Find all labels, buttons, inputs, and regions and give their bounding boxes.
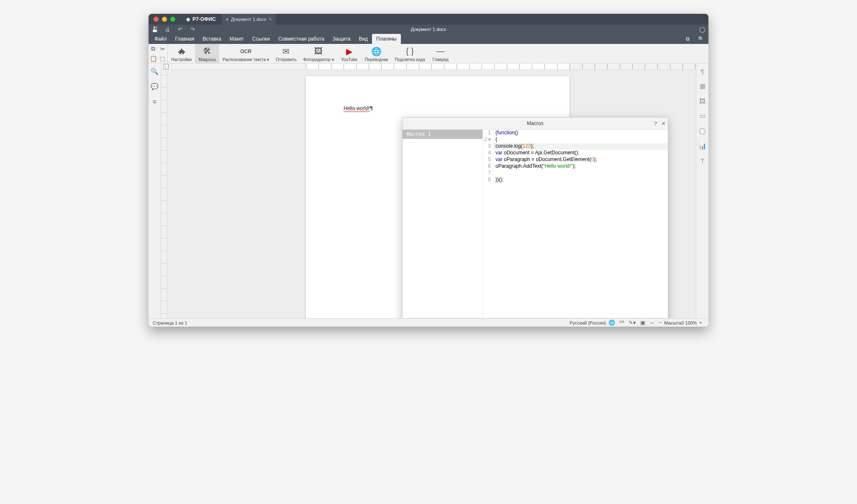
plugin-translator[interactable]: 🌐 Переводчик xyxy=(362,44,391,63)
doc-title: Документ 1.docx xyxy=(411,27,446,32)
menu-protection[interactable]: Защита xyxy=(328,34,355,44)
menu-references[interactable]: Ссылки xyxy=(248,34,274,44)
plugin-glavred[interactable]: — Главред xyxy=(428,44,453,63)
find-icon[interactable]: 🔍 xyxy=(151,68,159,75)
titlebar: ◆ Р7-ОФИС ≡ Документ 1.docx × xyxy=(149,14,708,25)
language-status[interactable]: Русский (Россия) xyxy=(570,320,606,325)
save-icon[interactable]: 💾 xyxy=(149,25,161,34)
document-text[interactable]: Hello·world!¶ xyxy=(344,105,373,111)
shape-icon[interactable]: ◯ xyxy=(699,127,706,135)
comments-icon[interactable]: 💬 xyxy=(151,83,159,90)
menu-file[interactable]: Файл xyxy=(150,34,171,44)
left-sidebar: 🔍 💬 ≡ xyxy=(149,64,161,318)
text-content: Hello·world! xyxy=(344,105,370,111)
envelope-icon: ✉ xyxy=(282,46,290,56)
close-icon[interactable]: × xyxy=(662,120,665,127)
table-icon[interactable]: ▦ xyxy=(700,82,706,90)
menu-insert[interactable]: Вставка xyxy=(198,34,226,44)
copy-icon[interactable]: ⧉ xyxy=(149,44,158,54)
tools-icon: 🛠 xyxy=(203,46,211,56)
document-tab[interactable]: ≡ Документ 1.docx × xyxy=(222,14,276,25)
user-icon[interactable]: ◯ xyxy=(696,25,708,34)
globe-icon[interactable]: 🌐 xyxy=(608,320,615,326)
zoom-status[interactable]: Масштаб 100% xyxy=(664,320,697,325)
zoom-in-icon[interactable]: + xyxy=(699,320,702,326)
code-editor[interactable]: 1(function()2 ▾{3console.log(123);4var o… xyxy=(483,130,668,318)
cut-icon[interactable]: ✂ xyxy=(158,44,168,54)
redo-icon[interactable]: ↷ xyxy=(186,25,199,34)
print-icon[interactable]: 🖨 xyxy=(161,25,174,34)
paragraph-icon[interactable]: ¶ xyxy=(700,68,704,75)
menu-home[interactable]: Главная xyxy=(171,34,199,44)
doc-icon: ≡ xyxy=(226,17,228,22)
dialog-titlebar[interactable]: Macros ? × xyxy=(403,118,668,129)
ribbon: ⧉ ✂ 📋 ⬚ Настройки 🛠 Макросы OCR Распозна… xyxy=(149,44,708,64)
undo-icon[interactable]: ↶ xyxy=(174,25,186,34)
plugin-macros[interactable]: 🛠 Макросы xyxy=(195,44,219,63)
fit-page-icon[interactable]: ▣ xyxy=(640,320,645,326)
image-edit-icon: 🖼 xyxy=(314,46,323,56)
maximize-window-icon[interactable] xyxy=(170,17,175,22)
macros-dialog: Macros ? × Macros 1 1(function()2 ▾{3con… xyxy=(402,117,668,318)
pencil-line-icon: — xyxy=(436,46,445,56)
paste-icon[interactable]: 📋 xyxy=(149,54,158,63)
status-bar: Страница 1 из 1 Русский (Россия) 🌐 ᴬᴮ ✎▾… xyxy=(149,318,708,327)
search-icon[interactable]: 🔍 xyxy=(694,34,708,44)
dialog-title: Macros xyxy=(527,120,543,126)
braces-icon: { } xyxy=(406,46,414,56)
window-controls xyxy=(154,17,175,22)
menu-layout[interactable]: Макет xyxy=(226,34,248,44)
page-status[interactable]: Страница 1 из 1 xyxy=(153,320,187,325)
close-tab-icon[interactable]: × xyxy=(269,16,272,22)
horizontal-ruler[interactable]: ⌐ xyxy=(161,64,696,70)
spellcheck-icon[interactable]: ᴬᴮ xyxy=(619,320,624,326)
select-all-icon[interactable]: ⬚ xyxy=(158,54,168,63)
brand-label: Р7-ОФИС xyxy=(192,16,216,22)
pilcrow-icon: ¶ xyxy=(370,105,373,111)
translate-icon: 🌐 xyxy=(371,46,382,56)
macros-list: Macros 1 xyxy=(403,130,483,318)
vertical-ruler[interactable] xyxy=(161,70,167,318)
quick-access-bar: 💾 🖨 ↶ ↷ Документ 1.docx ◯ xyxy=(149,25,708,34)
headings-icon[interactable]: ≡ xyxy=(153,98,157,105)
image-icon[interactable]: 🖼 xyxy=(699,97,706,105)
track-changes-icon[interactable]: ✎▾ xyxy=(629,320,636,326)
app-brand-tab[interactable]: ◆ Р7-ОФИС xyxy=(180,14,222,25)
help-icon[interactable]: ? xyxy=(654,120,657,127)
chart-icon[interactable]: 📊 xyxy=(698,142,706,150)
open-location-icon[interactable]: ⧉ xyxy=(682,34,694,44)
close-window-icon[interactable] xyxy=(154,17,159,22)
ocr-icon: OCR xyxy=(240,46,251,56)
plugin-ocr[interactable]: OCR Распознавание текста ▾ xyxy=(219,44,272,63)
body: 🔍 💬 ≡ ⌐ Hello·world!¶ Macros ? × xyxy=(149,64,708,318)
plugin-settings[interactable]: Настройки xyxy=(168,44,195,63)
brand-logo-icon: ◆ xyxy=(186,16,190,22)
menu-collaboration[interactable]: Совместная работа xyxy=(274,34,328,44)
tab-align-icon[interactable]: ⌐ xyxy=(164,64,169,69)
doc-tab-label: Документ 1.docx xyxy=(231,17,266,22)
youtube-icon: ▶ xyxy=(346,46,352,56)
macros-list-item[interactable]: Macros 1 xyxy=(403,130,482,139)
plugin-youtube[interactable]: ▶ YouTube xyxy=(337,44,362,63)
plugin-highlight[interactable]: { } Подсветка кода xyxy=(391,44,428,63)
minimize-window-icon[interactable] xyxy=(162,17,167,22)
plugin-send[interactable]: ✉ Отправить xyxy=(272,44,300,63)
document-area: ⌐ Hello·world!¶ Macros ? × Macr xyxy=(161,64,696,318)
plugin-photoeditor[interactable]: 🖼 Фоторедактор ▾ xyxy=(300,44,337,63)
app-window: ◆ Р7-ОФИС ≡ Документ 1.docx × 💾 🖨 ↶ ↷ До… xyxy=(149,14,708,327)
zoom-out-icon[interactable]: − xyxy=(659,320,662,326)
puzzle-icon xyxy=(177,46,186,56)
fit-width-icon[interactable]: ↔ xyxy=(649,320,655,326)
textart-icon[interactable]: T xyxy=(700,157,704,164)
menu-plugins[interactable]: Плагины xyxy=(372,34,401,44)
clipboard-group: ⧉ ✂ 📋 ⬚ xyxy=(149,44,168,63)
menu-view[interactable]: Вид xyxy=(354,34,372,44)
menubar: Файл Главная Вставка Макет Ссылки Совмес… xyxy=(149,34,708,44)
right-sidebar: ¶ ▦ 🖼 ▭ ◯ 📊 T xyxy=(696,64,708,318)
header-icon[interactable]: ▭ xyxy=(700,112,706,120)
